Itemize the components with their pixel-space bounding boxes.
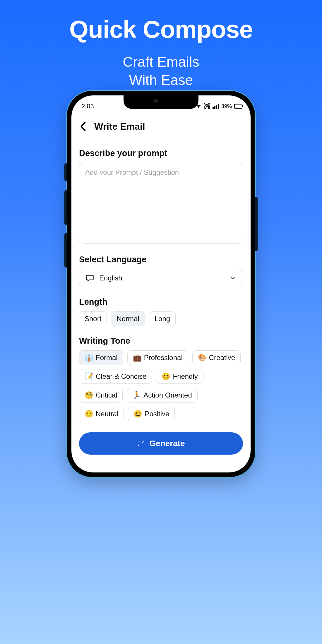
status-time: 2:03 (81, 102, 94, 110)
phone-screen: 2:03 Vo)) LTE 39% Write Email Describe y… (71, 95, 251, 472)
language-select[interactable]: English (79, 269, 243, 287)
language-label: Select Language (79, 255, 243, 264)
promo-subtitle: Craft Emails With Ease (0, 53, 322, 90)
tone-emoji: 😊 (162, 372, 170, 381)
tone-option-label: Professional (144, 354, 183, 362)
tone-option-neutral[interactable]: 😐Neutral (79, 407, 124, 421)
wand-icon (137, 439, 145, 448)
tone-emoji: 🎨 (198, 354, 207, 362)
phone-notch (124, 95, 198, 109)
promo-subtitle-line2: With Ease (129, 72, 193, 88)
tone-option-creative[interactable]: 🎨Creative (192, 350, 241, 365)
status-right: Vo)) LTE 39% (195, 103, 242, 109)
tone-option-friendly[interactable]: 😊Friendly (156, 369, 203, 384)
prompt-label: Describe your prompt (79, 148, 243, 158)
tone-option-label: Creative (209, 354, 235, 362)
app-header: Write Email (71, 112, 251, 140)
tone-option-label: Friendly (173, 372, 198, 381)
tone-option-label: Critical (96, 391, 117, 399)
language-selected-value: English (99, 274, 122, 282)
tone-option-professional[interactable]: 💼Professional (127, 350, 188, 365)
tone-option-action-oriented[interactable]: 🏃Action Oriented (127, 388, 197, 402)
promo-subtitle-line1: Craft Emails (123, 54, 199, 70)
tone-label: Writing Tone (79, 336, 243, 346)
tone-emoji: 👔 (85, 354, 93, 362)
tone-emoji: 🏃 (132, 391, 141, 399)
tone-option-critical[interactable]: 🧐Critical (79, 388, 123, 402)
signal-icon (213, 104, 219, 109)
tone-emoji: 😃 (133, 410, 142, 418)
page-title: Write Email (94, 121, 145, 132)
length-option-long[interactable]: Long (149, 311, 176, 326)
tone-emoji: 📝 (85, 372, 93, 381)
battery-icon (234, 104, 242, 109)
tone-emoji: 🧐 (85, 391, 93, 399)
length-option-short[interactable]: Short (79, 311, 107, 326)
tone-option-clear-concise[interactable]: 📝Clear & Concise (79, 369, 152, 384)
phone-frame: 2:03 Vo)) LTE 39% Write Email Describe y… (67, 91, 255, 477)
chevron-down-icon (229, 275, 236, 282)
tone-option-label: Formal (96, 354, 118, 362)
tone-option-formal[interactable]: 👔Formal (79, 350, 123, 365)
generate-button-label: Generate (149, 439, 185, 448)
volume-up-button (64, 190, 67, 225)
promo-title: Quick Compose (0, 15, 322, 44)
battery-text: 39% (221, 103, 232, 109)
tone-option-label: Neutral (96, 410, 118, 418)
content-area: Describe your prompt Select Language Eng… (71, 140, 251, 462)
network-type-label: Vo)) LTE (204, 103, 210, 109)
back-button[interactable] (77, 120, 90, 133)
side-button (64, 163, 67, 181)
chevron-left-icon (80, 122, 86, 131)
camera-dot (153, 99, 158, 103)
length-option-normal[interactable]: Normal (111, 311, 145, 326)
generate-button[interactable]: Generate (79, 432, 243, 455)
volume-down-button (64, 233, 67, 268)
length-options: ShortNormalLong (79, 311, 243, 326)
length-label: Length (79, 297, 243, 307)
tone-emoji: 💼 (133, 354, 142, 362)
tone-option-positive[interactable]: 😃Positive (128, 407, 175, 421)
tone-options: 👔Formal💼Professional🎨Creative📝Clear & Co… (79, 350, 243, 421)
tone-option-label: Positive (145, 410, 169, 418)
tone-emoji: 😐 (85, 410, 93, 418)
speech-icon (86, 274, 94, 282)
tone-option-label: Clear & Concise (96, 372, 146, 381)
prompt-input[interactable] (79, 163, 243, 244)
tone-option-label: Action Oriented (143, 391, 192, 399)
power-button (255, 197, 258, 251)
